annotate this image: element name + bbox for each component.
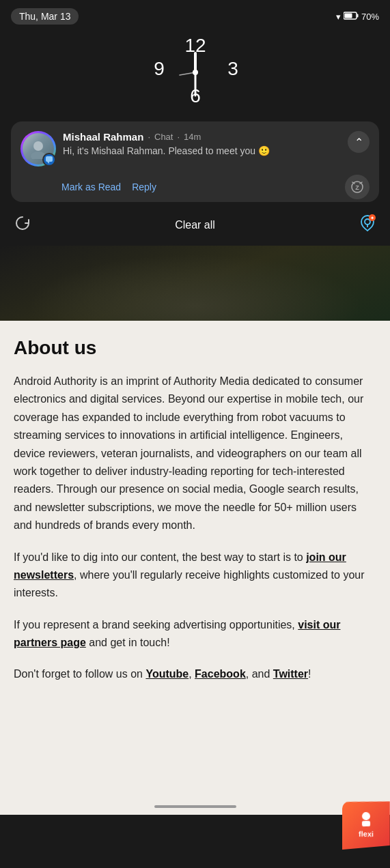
para4-end: ! [308, 668, 311, 680]
home-indicator[interactable] [154, 805, 236, 808]
svg-point-21 [362, 812, 370, 820]
svg-point-11 [33, 141, 43, 151]
notification-card: Mishaal Rahman · Chat · 14m Hi, it's Mis… [11, 121, 379, 202]
flexi-badge[interactable]: flexi [342, 798, 390, 850]
svg-text:9: 9 [154, 58, 165, 79]
svg-point-10 [193, 70, 198, 75]
battery-percent: 70% [361, 12, 379, 22]
flexi-icon [357, 809, 376, 828]
facebook-link[interactable]: Facebook [195, 668, 246, 680]
para2-pre: If you'd like to dig into our content, t… [14, 551, 306, 563]
twitter-link[interactable]: Twitter [273, 668, 308, 680]
clock-area: 12 9 3 6 [0, 33, 390, 121]
svg-rect-1 [357, 14, 358, 17]
svg-marker-14 [47, 162, 49, 164]
about-title: About us [14, 337, 376, 359]
para3-pre: If you represent a brand seeking adverti… [14, 619, 298, 631]
background-photo [0, 246, 390, 321]
content-area: About us Android Authority is an imprint… [0, 321, 390, 798]
notif-time: 14m [184, 132, 201, 142]
svg-rect-22 [362, 821, 370, 826]
reply-button[interactable]: Reply [132, 179, 156, 195]
para4-pre: Don't forget to follow us on [14, 668, 145, 680]
svg-text:Z: Z [355, 184, 359, 191]
notif-expand-button[interactable]: ⌃ [348, 131, 370, 153]
notif-dot2: · [177, 132, 180, 142]
svg-point-17 [365, 219, 370, 225]
notif-meta: Mishaal Rahman · Chat · 14m Hi, it's Mis… [63, 131, 341, 156]
svg-rect-2 [344, 13, 352, 18]
mark-as-read-button[interactable]: Mark as Read [61, 179, 121, 195]
notif-message: Hi, it's Mishaal Rahman. Pleased to meet… [63, 145, 341, 156]
about-paragraph-3: If you represent a brand seeking adverti… [14, 616, 376, 652]
sender-name: Mishaal Rahman [63, 131, 143, 143]
battery-icon [344, 12, 359, 22]
snooze-button[interactable]: Z [345, 175, 370, 199]
about-paragraph-2: If you'd like to dig into our content, t… [14, 549, 376, 603]
status-icons: ▾ 70% [336, 12, 379, 22]
clear-all-button[interactable]: Clear all [175, 219, 215, 231]
about-paragraph-4: Don't forget to follow us on Youtube, Fa… [14, 665, 376, 683]
notif-app: Chat [154, 132, 173, 142]
flexi-text: flexi [359, 830, 374, 838]
svg-text:3: 3 [227, 58, 238, 79]
para4-comma: , [189, 668, 195, 680]
svg-rect-13 [46, 156, 53, 162]
analog-clock: 12 9 3 6 [144, 33, 247, 108]
status-bar: Thu, Mar 13 ▾ 70% [0, 0, 390, 33]
para4-and: , and [246, 668, 273, 680]
status-date: Thu, Mar 13 [11, 8, 79, 25]
notif-actions: Mark as Read Reply Z [20, 167, 370, 202]
notif-title-row: Mishaal Rahman · Chat · 14m [63, 131, 341, 143]
notif-source: · [148, 132, 150, 142]
flexi-label: flexi [357, 809, 376, 838]
chat-badge [42, 153, 56, 167]
para3-post: and get in touch! [86, 637, 170, 648]
clear-all-bar: Clear all ✦ [0, 207, 390, 243]
bottom-bar [0, 798, 390, 815]
youtube-link[interactable]: Youtube [145, 668, 189, 680]
wifi-icon: ▾ [336, 12, 341, 22]
notif-header: Mishaal Rahman · Chat · 14m Hi, it's Mis… [20, 131, 370, 167]
history-icon[interactable] [14, 214, 31, 236]
dnd-icon[interactable]: ✦ [359, 214, 376, 236]
avatar-container [20, 131, 56, 167]
about-paragraph-1: Android Authority is an imprint of Autho… [14, 373, 376, 535]
svg-text:✦: ✦ [370, 216, 374, 220]
